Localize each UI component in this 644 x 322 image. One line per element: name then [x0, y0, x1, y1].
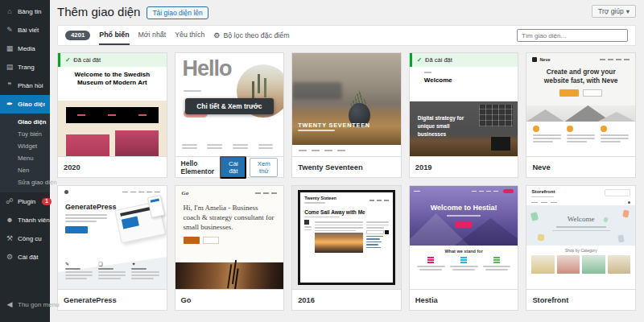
submenu-item-editor[interactable]: Sửa giao diện — [0, 176, 50, 188]
preview-site-header: Twenty Sixteen — [304, 196, 389, 205]
theme-screenshot-2019[interactable]: ✓ Đã cài đặt Welcome Digital strategy fo… — [410, 53, 518, 156]
submenu-item-menus[interactable]: Menu — [0, 152, 50, 164]
theme-footer: 2020 — [58, 156, 167, 177]
preview-subtitle-line — [184, 90, 201, 92]
collapse-menu-button[interactable]: ◀ Thu gọn menu — [0, 295, 50, 314]
preview-nav-links — [369, 196, 389, 205]
collapse-label: Thu gọn menu — [18, 301, 60, 308]
submenu-item-background[interactable]: Nền — [0, 164, 50, 176]
theme-screenshot-hestia[interactable]: Welcome to Hestia! What we stand for — [410, 186, 518, 289]
theme-name: Hestia — [415, 296, 438, 304]
preview-images — [66, 130, 159, 156]
sidebar-item-label: Media — [18, 45, 35, 52]
tab-favorites[interactable]: Yêu thích — [175, 26, 204, 45]
sidebar-item-media[interactable]: ▦ Media — [0, 39, 50, 58]
theme-footer: 2019 — [410, 156, 518, 177]
help-button[interactable]: Trợ giúp ▾ — [592, 5, 636, 18]
preview-heading: Welcome to Hestia! — [410, 204, 518, 212]
theme-screenshot-neve[interactable]: Neve Create and grow your website fast, … — [526, 53, 635, 156]
theme-name: 2016 — [298, 296, 315, 304]
sidebar-item-pages[interactable]: ▤ Trang — [0, 58, 50, 76]
theme-card-storefront: Storefront Welcome Shop by Category — [526, 185, 636, 311]
sidebar-item-posts[interactable]: ✎ Bài viết — [0, 21, 50, 39]
installed-banner: ✓ Đã cài đặt — [58, 53, 167, 67]
preview-cta-button — [65, 226, 88, 233]
preview-search-box — [605, 189, 630, 196]
preview-section-title: Shop by Category — [526, 246, 635, 253]
preview-body — [304, 220, 389, 253]
check-icon: ✓ — [65, 56, 70, 64]
theme-name: 2020 — [64, 163, 80, 171]
preview-photo-strip — [175, 262, 284, 289]
theme-screenshot-go[interactable]: Go Hi, I'm Amelia - Business coach & str… — [175, 186, 284, 289]
theme-card-twenty-seventeen: TWENTY SEVENTEEN Twenty Seventeen — [291, 52, 402, 178]
preview-heading: TWENTY SEVENTEEN — [298, 122, 370, 129]
preview-nav-bar — [58, 186, 167, 194]
theme-screenshot-storefront[interactable]: Storefront Welcome Shop by Category — [526, 186, 635, 289]
preview-nav-links — [255, 192, 277, 194]
details-preview-button[interactable]: Chi tiết & Xem trước — [185, 98, 274, 114]
preview-heading: Hi, I'm Amelia - Business coach & strate… — [184, 203, 276, 232]
submenu-item-widgets[interactable]: Widget — [0, 140, 50, 152]
preview-menu-bar — [66, 107, 159, 123]
theme-name: GeneratePress — [64, 296, 117, 304]
theme-name: Twenty Seventeen — [298, 163, 362, 171]
sidebar-item-plugins[interactable]: ☍ Plugin 1 — [0, 192, 50, 211]
preview-hero-photo: TWENTY SEVENTEEN — [292, 53, 401, 145]
sidebar-item-users[interactable]: ☻ Thành viên — [0, 211, 50, 229]
theme-card-generatepress: GeneratePress ✎ ❑ ✦ GeneratePress — [57, 185, 167, 311]
theme-footer: 2016 — [292, 289, 401, 310]
preview-monitor-shape — [491, 137, 510, 151]
preview-heading: Welcome — [526, 215, 635, 223]
theme-screenshot-twenty-seventeen[interactable]: TWENTY SEVENTEEN — [292, 53, 401, 156]
preview-logo-icon — [532, 57, 537, 62]
dashboard-icon: ⌂ — [6, 8, 14, 15]
preview-subtitle-line — [447, 215, 481, 217]
sidebar-item-settings[interactable]: ⚙ Cài đặt — [0, 248, 50, 266]
preview-logo-icon — [64, 190, 68, 194]
theme-footer: Storefront — [526, 289, 635, 310]
preview-nav-bar — [410, 186, 518, 193]
theme-screenshot-2020[interactable]: ✓ Đã cài đặt Welcome to the Swedish Muse… — [58, 53, 167, 156]
tab-latest[interactable]: Mới nhất — [138, 26, 167, 45]
preview-sidebar-column — [366, 220, 389, 253]
posts-icon: ✎ — [6, 27, 14, 34]
preview-hero: Welcome — [526, 206, 635, 246]
preview-cta-buttons — [526, 89, 635, 97]
preview-heading: Hello — [183, 56, 232, 81]
preview-text-lines — [65, 214, 107, 222]
preview-heading: Welcome to the Swedish Museum of Modern … — [64, 71, 160, 88]
preview-button[interactable]: Xem thử — [250, 158, 278, 177]
sidebar-item-tools[interactable]: ⚒ Công cụ — [0, 229, 50, 248]
sidebar-item-comments[interactable]: ❞ Phản hồi — [0, 76, 50, 95]
sidebar-item-label: Trang — [18, 64, 35, 71]
preview-feature-row — [182, 142, 278, 151]
theme-count-badge: 4201 — [65, 31, 90, 40]
installed-label: Đã cài đặt — [73, 56, 101, 64]
theme-grid: ✓ Đã cài đặt Welcome to the Swedish Muse… — [57, 52, 636, 311]
preview-pill-button — [503, 189, 514, 193]
sidebar-item-label: Plugin — [18, 198, 35, 205]
search-themes-input[interactable] — [517, 29, 628, 42]
feature-filter-button[interactable]: ⚙ Bộ lọc theo đặc điểm — [213, 31, 289, 39]
sidebar-item-label: Cài đặt — [18, 254, 38, 261]
install-button[interactable]: Cài đặt — [220, 156, 246, 179]
preview-header: Welcome — [410, 67, 518, 89]
sidebar-item-appearance[interactable]: ✒ Giao diện — [0, 95, 50, 114]
theme-screenshot-generatepress[interactable]: GeneratePress ✎ ❑ ✦ — [58, 186, 167, 289]
preview-author-column — [304, 220, 312, 253]
submenu-item-customize[interactable]: Tùy biến — [0, 128, 50, 140]
help-label: Trợ giúp — [598, 7, 624, 15]
sidebar-item-dashboard[interactable]: ⌂ Bảng tin — [0, 2, 50, 21]
tab-popular[interactable]: Phổ biến — [99, 26, 129, 45]
preview-tagline-line — [298, 130, 335, 131]
preview-sunset-photo — [315, 233, 363, 253]
upload-theme-button[interactable]: Tải giao diện lên — [147, 6, 208, 19]
theme-name: Go — [181, 296, 192, 304]
theme-screenshot-hello-elementor[interactable]: Hello Chi tiết & Xem trước — [175, 53, 284, 156]
submenu-item-themes[interactable]: Giao diện — [0, 116, 50, 128]
theme-name: Neve — [532, 163, 550, 171]
appearance-icon: ✒ — [6, 101, 14, 108]
preview-feature-section: What we stand for — [410, 246, 518, 289]
theme-screenshot-2016[interactable]: Twenty Sixteen Come Sail Away with Me — [292, 186, 401, 289]
